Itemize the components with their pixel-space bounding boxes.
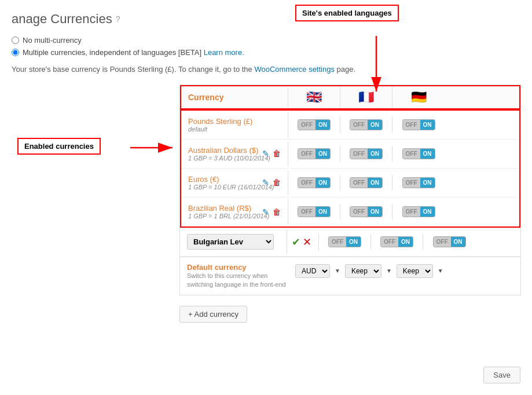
toggle-switch-gbp-gb[interactable]: OFF ON	[298, 119, 331, 130]
toggle-gbp-gb[interactable]: OFF ON	[288, 117, 340, 133]
toggle-on: ON	[315, 178, 330, 188]
flag-gb: 🇬🇧	[288, 86, 340, 108]
toggle-switch-new-fr[interactable]: OFF ON	[380, 236, 413, 247]
table-header-row: Currency 🇬🇧 🇫🇷 🇩🇪	[180, 85, 520, 109]
radio-multi[interactable]: Multiple currencies, independent of lang…	[12, 48, 520, 57]
cancel-icon[interactable]: ✕	[303, 236, 311, 248]
edit-aud-icon[interactable]: ✎	[262, 149, 269, 158]
toggle-aud-gb[interactable]: OFF ON	[288, 146, 340, 162]
toggle-new-gb[interactable]: OFF ON	[319, 234, 371, 250]
currency-row-aud: Australian Dollars ($) 1 GBP = 3 AUD (10…	[181, 140, 519, 169]
toggle-switch-eur-gb[interactable]: OFF ON	[298, 177, 331, 188]
toggle-switch-new-gb[interactable]: OFF ON	[328, 236, 361, 247]
default-currency-desc: Switch to this currency when switching l…	[187, 272, 288, 290]
info-text: Your store's base currency is Pounds Ste…	[12, 64, 520, 75]
toggle-switch-eur-de[interactable]: OFF ON	[402, 177, 435, 188]
toggle-switch-gbp-fr[interactable]: OFF ON	[350, 119, 383, 130]
toggle-switch-gbp-de[interactable]: OFF ON	[402, 119, 435, 130]
default-currency-select-aud[interactable]: AUD GBP EUR	[295, 264, 330, 278]
toggle-off: OFF	[403, 207, 420, 217]
currency-name-gbp: Pounds Sterling (£)	[188, 117, 281, 126]
toggle-off: OFF	[298, 207, 315, 217]
toggle-off: OFF	[298, 149, 315, 159]
toggle-new-de[interactable]: OFF ON	[423, 234, 475, 250]
toggle-switch-brl-gb[interactable]: OFF ON	[298, 206, 331, 217]
learn-more-link[interactable]: Learn more.	[204, 48, 244, 57]
toggle-gbp-de[interactable]: OFF ON	[392, 117, 445, 133]
currencies-table: Currency 🇬🇧 🇫🇷 🇩🇪 Pounds Sterling (£) de…	[179, 85, 521, 296]
add-currency-container: + Add currency	[179, 300, 520, 323]
default-currency-select-keep2[interactable]: Keep AUD	[397, 264, 433, 278]
delete-eur-icon[interactable]: 🗑	[273, 178, 281, 187]
toggle-eur-de[interactable]: OFF ON	[392, 175, 445, 191]
enabled-currencies-label: Enabled currencies	[24, 142, 94, 151]
save-button[interactable]: Save	[483, 367, 520, 383]
toggle-switch-brl-fr[interactable]: OFF ON	[350, 206, 383, 217]
toggle-gbp-fr[interactable]: OFF ON	[340, 117, 392, 133]
toggle-brl-fr[interactable]: OFF ON	[340, 204, 392, 220]
woocommerce-settings-link[interactable]: WooCommerce settings	[254, 65, 334, 74]
approve-cancel-cell: ✔ ✕	[287, 233, 319, 251]
dropdown-currency-cell: Bulgarian Lev Canadian Dollar US Dollar	[180, 229, 287, 254]
add-currency-button[interactable]: + Add currency	[179, 306, 247, 323]
toggle-on: ON	[420, 178, 435, 188]
page-wrapper: anage Currencies ? No multi-currency Mul…	[0, 0, 532, 395]
toggle-brl-de[interactable]: OFF ON	[392, 204, 445, 220]
toggle-switch-aud-fr[interactable]: OFF ON	[350, 148, 383, 159]
radio-no-multi-label: No multi-currency	[23, 36, 82, 45]
radio-no-multi[interactable]: No multi-currency	[12, 36, 520, 45]
select-arrow-1: ▼	[335, 268, 340, 274]
toggle-on: ON	[368, 149, 382, 159]
toggle-on: ON	[368, 178, 382, 188]
edit-eur-icon[interactable]: ✎	[262, 178, 269, 187]
toggle-off: OFF	[298, 120, 315, 130]
toggle-new-fr[interactable]: OFF ON	[371, 234, 423, 250]
toggle-off: OFF	[329, 237, 346, 247]
radio-group: No multi-currency Multiple currencies, i…	[12, 36, 520, 57]
currency-row-brl: Brazilian Real (R$) 1 GBP = 1 BRL (21/01…	[181, 198, 519, 226]
select-arrow-3: ▼	[438, 268, 443, 274]
toggle-on: ON	[368, 120, 382, 130]
toggle-switch-aud-de[interactable]: OFF ON	[402, 148, 435, 159]
currency-col-header: Currency	[181, 87, 288, 108]
toggle-switch-eur-fr[interactable]: OFF ON	[350, 177, 383, 188]
toggle-off: OFF	[434, 237, 451, 247]
toggle-on: ON	[368, 207, 382, 217]
default-currency-title: Default currency	[187, 263, 288, 272]
currency-row-gbp: Pounds Sterling (£) default OFF ON OFF O…	[181, 111, 519, 140]
toggle-off: OFF	[403, 120, 420, 130]
currency-info-eur: Euros (€) 1 GBP = 10 EUR (16/01/2014) ✎ …	[181, 170, 288, 195]
help-icon[interactable]: ?	[116, 14, 120, 24]
title-text: anage Currencies	[12, 12, 112, 27]
toggle-switch-brl-de[interactable]: OFF ON	[402, 206, 435, 217]
toggle-off: OFF	[350, 207, 368, 217]
toggle-on: ON	[420, 207, 435, 217]
radio-no-multi-input[interactable]	[12, 36, 19, 44]
toggle-switch-aud-gb[interactable]: OFF ON	[298, 148, 331, 159]
approve-icon[interactable]: ✔	[292, 236, 300, 248]
toggle-brl-gb[interactable]: OFF ON	[288, 204, 340, 220]
toggle-eur-gb[interactable]: OFF ON	[288, 175, 340, 191]
sites-enabled-label: Site's enabled languages	[302, 9, 392, 17]
default-currency-select-keep1[interactable]: Keep AUD	[345, 264, 381, 278]
toggle-eur-fr[interactable]: OFF ON	[340, 175, 392, 191]
currency-dropdown[interactable]: Bulgarian Lev Canadian Dollar US Dollar	[187, 234, 274, 250]
toggle-off: OFF	[350, 149, 368, 159]
toggle-off: OFF	[298, 178, 315, 188]
currency-info-brl: Brazilian Real (R$) 1 GBP = 1 BRL (21/01…	[181, 199, 288, 224]
toggle-on: ON	[315, 149, 330, 159]
default-currency-section: Default currency Switch to this currency…	[180, 257, 520, 295]
toggle-aud-de[interactable]: OFF ON	[392, 146, 445, 162]
toggle-aud-fr[interactable]: OFF ON	[340, 146, 392, 162]
delete-brl-icon[interactable]: 🗑	[273, 207, 281, 217]
select-arrow-2: ▼	[386, 268, 392, 274]
toggle-on: ON	[420, 120, 435, 130]
radio-multi-input[interactable]	[12, 49, 19, 56]
enabled-currencies-annotation: Enabled currencies	[17, 138, 101, 155]
flag-fr: 🇫🇷	[340, 86, 392, 108]
toggle-switch-new-de[interactable]: OFF ON	[433, 236, 466, 247]
delete-aud-icon[interactable]: 🗑	[273, 149, 281, 158]
toggle-off: OFF	[381, 237, 398, 247]
edit-brl-icon[interactable]: ✎	[262, 207, 269, 217]
toggle-on: ON	[346, 237, 361, 247]
